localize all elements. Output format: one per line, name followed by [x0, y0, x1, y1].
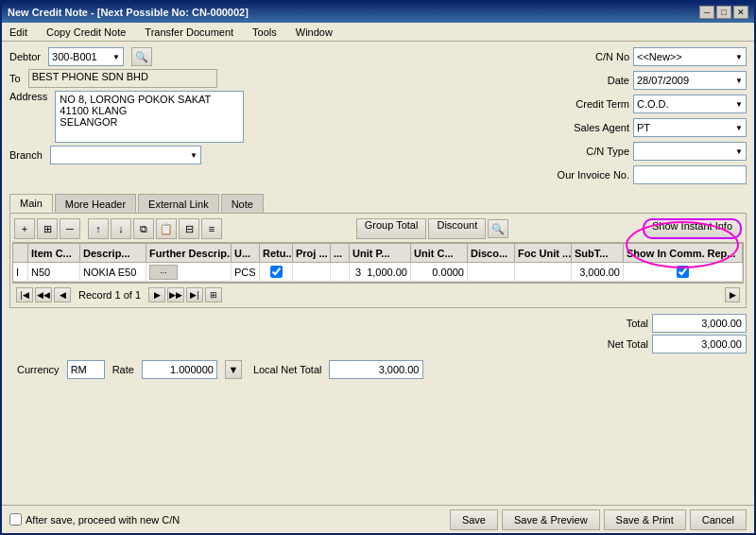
further-desc-button[interactable]: ··· — [149, 265, 178, 280]
cell-item-code[interactable]: N50 — [28, 263, 80, 281]
nav-next-button[interactable]: ▶ — [148, 287, 165, 302]
tab-more-header[interactable]: More Header — [55, 194, 136, 213]
col-header-idx[interactable] — [13, 244, 28, 262]
show-comm-checkbox[interactable] — [677, 266, 689, 278]
indent-button[interactable]: ⊟ — [179, 218, 199, 239]
cell-further-desc[interactable]: ··· — [146, 263, 232, 281]
paste-button[interactable]: 📋 — [156, 218, 177, 239]
minimize-button[interactable]: ─ — [699, 6, 714, 19]
address-line2: 41100 KLANG — [60, 105, 239, 116]
col-header-desc[interactable]: Descrip... — [80, 244, 146, 262]
nav-last-button[interactable]: ▶| — [186, 287, 203, 302]
tab-external-link[interactable]: External Link — [138, 194, 219, 213]
cell-show-comm[interactable] — [624, 263, 743, 281]
cn-no-arrow: ▼ — [735, 53, 743, 61]
cell-return-qty[interactable] — [260, 263, 293, 281]
cn-type-label: C/N Type — [554, 146, 629, 157]
left-section: Debtor 300-B001 ▼ 🔍 To BEST PHONE SDN BH… — [9, 47, 491, 186]
to-value: BEST PHONE SDN BHD — [28, 69, 217, 88]
discount-button[interactable]: Discount — [428, 218, 486, 239]
to-label: To — [9, 73, 21, 84]
checkbox-row: After save, proceed with new C/N — [9, 513, 180, 526]
outdent-button[interactable]: ≡ — [201, 218, 222, 239]
nav-extra-button[interactable]: ⊞ — [205, 287, 222, 302]
window-title: New Credit Note - [Next Possible No: CN-… — [8, 7, 249, 18]
totals-area: Total 3,000.00 Net Total 3,000.00 — [9, 314, 747, 354]
date-dropdown[interactable]: 28/07/2009 ▼ — [633, 71, 747, 90]
return-checkbox[interactable] — [270, 266, 283, 278]
copy-button[interactable]: ⧉ — [133, 218, 154, 239]
nav-scroll-right[interactable]: ▶ — [725, 287, 740, 302]
to-row: To BEST PHONE SDN BHD — [9, 69, 491, 88]
grid-toolbar: + ⊞ ─ ↑ ↓ ⧉ 📋 ⊟ ≡ Group Total Discount 🔍… — [12, 216, 744, 243]
col-header-retu[interactable]: Retu... — [260, 244, 293, 262]
debtor-search-button[interactable]: 🔍 — [131, 47, 152, 66]
credit-term-row: Credit Term C.O.D. ▼ — [501, 95, 747, 113]
debtor-dropdown-arrow: ▼ — [112, 53, 120, 61]
save-button[interactable]: Save — [450, 509, 498, 530]
add-row-button[interactable]: + — [14, 218, 35, 239]
save-print-button[interactable]: Save & Print — [604, 509, 686, 530]
our-invoice-input[interactable] — [633, 165, 747, 184]
move-down-button[interactable]: ↓ — [111, 218, 131, 239]
our-invoice-label: Our Invoice No. — [554, 169, 629, 181]
currency-input[interactable] — [67, 360, 105, 379]
tab-bar: Main More Header External Link Note — [9, 194, 747, 214]
menu-bar: Edit Copy Credit Note Transfer Document … — [2, 23, 754, 42]
menu-window[interactable]: Window — [292, 26, 336, 39]
local-net-label: Local Net Total — [253, 364, 322, 375]
menu-edit[interactable]: Edit — [6, 26, 31, 39]
tab-main[interactable]: Main — [9, 194, 53, 213]
col-header-disco[interactable]: Disco... — [468, 244, 515, 262]
col-header-foc[interactable]: Foc Unit ... — [515, 244, 572, 262]
debtor-dropdown[interactable]: 300-B001 ▼ — [48, 47, 124, 66]
col-header-item[interactable]: Item C... — [28, 244, 80, 262]
total-row: Total 3,000.00 — [573, 314, 747, 333]
col-header-subt[interactable]: SubT... — [572, 244, 624, 262]
col-header-fdesc[interactable]: Further Descrip... — [146, 244, 232, 262]
grid-search-button[interactable]: 🔍 — [488, 219, 508, 238]
group-total-button[interactable]: Group Total — [356, 218, 427, 239]
move-up-button[interactable]: ↑ — [88, 218, 109, 239]
insert-row-button[interactable]: ⊞ — [37, 218, 58, 239]
col-header-dots[interactable]: ... — [331, 244, 350, 262]
tab-note[interactable]: Note — [221, 194, 264, 213]
delete-row-button[interactable]: ─ — [60, 218, 80, 239]
save-preview-button[interactable]: Save & Preview — [502, 509, 600, 530]
menu-copy-credit-note[interactable]: Copy Credit Note — [43, 26, 129, 39]
col-header-unitp[interactable]: Unit P... — [350, 244, 411, 262]
branch-dropdown[interactable]: ▼ — [50, 146, 201, 164]
totals-section: Total 3,000.00 Net Total 3,000.00 — [573, 314, 747, 354]
total-label: Total — [573, 318, 648, 329]
address-line1: NO 8, LORONG POKOK SAKAT — [60, 94, 239, 105]
main-window: New Credit Note - [Next Possible No: CN-… — [0, 0, 756, 535]
menu-transfer-document[interactable]: Transfer Document — [141, 26, 237, 39]
cell-discount — [468, 263, 515, 281]
sales-agent-dropdown[interactable]: PT ▼ — [633, 118, 747, 137]
nav-next-page-button[interactable]: ▶▶ — [167, 287, 184, 302]
cell-description[interactable]: NOKIA E50 — [80, 263, 146, 281]
credit-term-dropdown[interactable]: C.O.D. ▼ — [633, 95, 747, 113]
cancel-button[interactable]: Cancel — [690, 509, 747, 530]
cn-no-value: <<New>> — [637, 51, 682, 62]
rate-input[interactable] — [142, 360, 217, 379]
rate-label: Rate — [112, 364, 134, 375]
after-save-checkbox[interactable] — [9, 513, 22, 526]
rate-dropdown[interactable]: ▼ — [225, 360, 242, 379]
close-button[interactable]: ✕ — [733, 6, 748, 19]
cn-no-dropdown[interactable]: <<New>> ▼ — [633, 47, 747, 66]
branch-dropdown-arrow: ▼ — [190, 151, 198, 160]
col-header-show[interactable]: Show In Comm. Rep... — [624, 244, 743, 262]
col-header-unitc[interactable]: Unit C... — [411, 244, 468, 262]
cn-type-dropdown[interactable]: ▼ — [633, 142, 747, 161]
maximize-button[interactable]: □ — [716, 6, 731, 19]
menu-tools[interactable]: Tools — [249, 26, 281, 39]
title-bar-buttons: ─ □ ✕ — [699, 6, 748, 19]
nav-prev-page-button[interactable]: ◀◀ — [35, 287, 52, 302]
col-header-proj[interactable]: Proj ... — [293, 244, 331, 262]
nav-first-button[interactable]: |◀ — [16, 287, 33, 302]
col-header-u[interactable]: U... — [232, 244, 260, 262]
nav-prev-button[interactable]: ◀ — [54, 287, 71, 302]
show-instant-info-button[interactable]: Show Instant Info — [643, 218, 742, 239]
our-invoice-row: Our Invoice No. — [501, 165, 747, 184]
